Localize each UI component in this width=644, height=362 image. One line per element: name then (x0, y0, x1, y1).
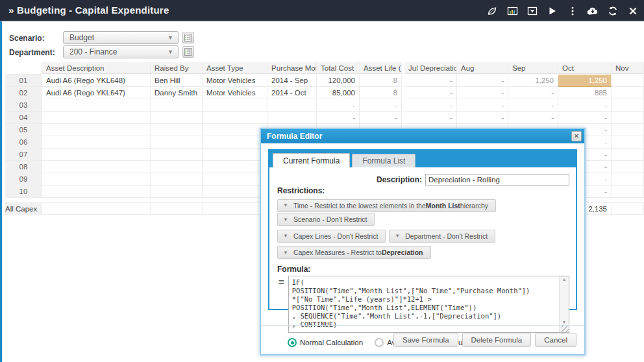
grid-cell[interactable]: 8 (360, 87, 402, 99)
tab-formula-list[interactable]: Formula List (352, 154, 415, 167)
grid-cell[interactable] (151, 161, 203, 173)
grid-cell[interactable]: Audi A6 (Rego YKL647) (42, 87, 151, 99)
grid-cell[interactable]: - (404, 112, 457, 124)
grid-cell[interactable]: - (558, 99, 612, 112)
grid-cell[interactable] (267, 99, 317, 112)
scrollbar[interactable]: ▲ ▼ (559, 276, 569, 332)
play-icon[interactable] (547, 5, 558, 17)
grid-cell[interactable]: - (508, 112, 558, 124)
grid-cell[interactable] (151, 149, 203, 161)
restriction-dropdown-button[interactable]: ▼Department - Don't Restrict (389, 230, 495, 243)
grid-cell[interactable] (612, 124, 644, 136)
export-box-icon[interactable] (526, 5, 538, 17)
grid-cell[interactable] (203, 136, 267, 149)
grid-cell[interactable] (203, 186, 267, 198)
grid-cell[interactable]: - (317, 99, 360, 112)
grid-cell[interactable]: 120,000 (317, 75, 360, 87)
row-number[interactable]: 02 (5, 87, 42, 99)
grid-cell[interactable] (151, 99, 203, 112)
grid-cell[interactable] (203, 173, 267, 186)
grid-cell[interactable]: - (508, 87, 558, 99)
chart-window-icon[interactable] (506, 5, 518, 17)
grid-cell[interactable]: - (360, 112, 402, 124)
grid-cell[interactable] (42, 136, 151, 149)
tab-current-formula[interactable]: Current Formula (273, 153, 350, 167)
grid-cell[interactable] (612, 99, 644, 112)
grid-cell[interactable] (267, 112, 317, 124)
scenario-select[interactable]: Budget ▼ (63, 31, 179, 44)
grid-cell[interactable]: - (457, 112, 508, 124)
restriction-dropdown-button[interactable]: ▼Time - Restrict to the lowest elements … (277, 199, 496, 212)
delete-formula-button[interactable]: Delete Formula (462, 333, 532, 347)
dialog-close-icon[interactable]: ✕ (571, 131, 582, 141)
grid-cell[interactable] (42, 149, 151, 161)
row-number[interactable]: 10 (5, 186, 42, 198)
grid-cell[interactable] (42, 99, 151, 112)
grid-cell[interactable]: 8 (360, 75, 402, 87)
restriction-dropdown-button[interactable]: ▼Scenario - Don't Restrict (277, 213, 375, 226)
row-number[interactable]: 05 (5, 124, 42, 136)
grid-cell[interactable] (203, 124, 267, 136)
scenario-hierarchy-picker-icon[interactable] (182, 32, 194, 43)
grid-cell[interactable]: 1,250 (508, 75, 558, 87)
radio-selected[interactable]: Normal Calculation (288, 338, 363, 347)
grid-cell[interactable]: - (317, 112, 360, 124)
radio-dot-icon[interactable] (288, 338, 297, 347)
department-select[interactable]: 200 - Finance ▼ (63, 45, 179, 58)
grid-cell[interactable] (151, 124, 203, 136)
grid-cell[interactable]: 885 (558, 87, 612, 99)
leaf-icon[interactable] (486, 5, 498, 17)
grid-cell[interactable]: Motor Vehicles (203, 75, 267, 87)
grid-cell[interactable]: - (404, 75, 457, 87)
resize-grip[interactable] (562, 325, 569, 332)
grid-cell[interactable]: Ben Hill (151, 75, 203, 87)
grid-cell[interactable] (42, 173, 151, 186)
row-number[interactable]: 03 (5, 99, 42, 112)
grid-cell[interactable]: - (404, 87, 457, 99)
grid-cell[interactable] (203, 112, 267, 124)
grid-cell[interactable] (612, 161, 644, 173)
grid-cell[interactable] (151, 136, 203, 149)
grid-cell[interactable]: 85,000 (317, 87, 360, 99)
kebab-menu-icon[interactable] (567, 5, 578, 17)
restriction-dropdown-button[interactable]: ▼Capex Lines - Don't Restrict (277, 230, 386, 243)
row-number[interactable]: 09 (5, 173, 42, 186)
grid-cell[interactable]: 1,250 (558, 75, 612, 87)
grid-cell[interactable]: Motor Vehicles (203, 87, 267, 99)
grid-cell[interactable]: Audi A6 (Rego YKL648) (42, 75, 151, 87)
grid-cell[interactable] (151, 173, 203, 186)
grid-cell[interactable] (151, 112, 203, 124)
grid-cell[interactable]: 2014 - Oct (267, 87, 317, 99)
restriction-dropdown-button[interactable]: ▼Capex Measures - Restrict to Depreciati… (277, 246, 431, 259)
grid-cell[interactable]: - (457, 75, 508, 87)
grid-cell[interactable] (612, 186, 644, 198)
grid-cell[interactable]: - (360, 99, 402, 112)
grid-cell[interactable] (612, 173, 644, 186)
grid-cell[interactable] (203, 161, 267, 173)
grid-cell[interactable] (203, 149, 267, 161)
grid-cell[interactable] (42, 124, 151, 136)
dialog-title-bar[interactable]: Formula Editor ✕ (261, 129, 584, 143)
department-hierarchy-picker-icon[interactable] (182, 46, 194, 58)
grid-cell[interactable] (42, 161, 151, 173)
scroll-up-icon[interactable]: ▲ (560, 277, 569, 282)
grid-cell[interactable] (612, 87, 644, 99)
grid-cell[interactable] (42, 186, 151, 198)
grid-cell[interactable]: - (457, 87, 508, 99)
grid-cell[interactable] (612, 149, 644, 161)
row-number[interactable]: 07 (5, 149, 42, 161)
grid-cell[interactable] (612, 136, 644, 149)
row-number[interactable]: 08 (5, 161, 42, 173)
grid-cell[interactable] (151, 186, 203, 198)
grid-cell[interactable] (612, 112, 644, 124)
description-input[interactable] (425, 174, 569, 186)
grid-cell[interactable]: - (558, 112, 612, 124)
grid-cell[interactable]: Danny Smith (151, 87, 203, 99)
row-number[interactable]: 01 (5, 75, 42, 87)
close-icon[interactable] (627, 5, 639, 17)
grid-cell[interactable]: - (508, 99, 558, 112)
grid-cell[interactable] (612, 75, 644, 87)
grid-cell[interactable] (42, 112, 151, 124)
row-number[interactable]: 06 (5, 136, 42, 149)
grid-cell[interactable]: - (457, 99, 508, 112)
